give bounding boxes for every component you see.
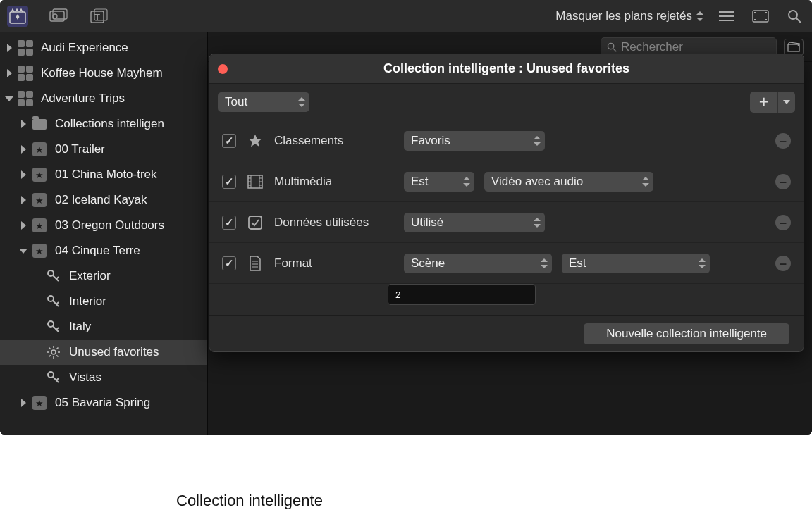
updown-icon	[463, 177, 470, 187]
sidebar-item[interactable]: Interior	[0, 289, 207, 314]
sidebar-item[interactable]: Koffee House Mayhem	[0, 61, 207, 86]
rule-input-row	[209, 284, 804, 315]
clip-appearance-icon[interactable]	[784, 39, 804, 56]
event-icon: ★	[31, 166, 48, 183]
rule-select-value: Favoris	[411, 134, 450, 148]
updown-icon	[642, 177, 649, 187]
library-tab-icon[interactable]	[7, 6, 28, 27]
film-icon	[246, 175, 264, 189]
remove-rule-button[interactable]: –	[775, 133, 791, 149]
updown-icon	[541, 258, 548, 268]
rule-row: ClassementsFavoris–	[209, 120, 804, 161]
sidebar-item[interactable]: Adventure Trips	[0, 86, 207, 111]
svg-line-35	[56, 348, 58, 349]
close-icon[interactable]	[218, 64, 228, 74]
toolbar: T Masquer les plans rejetés	[0, 0, 812, 32]
event-icon: ★	[31, 192, 48, 208]
callout-label: Collection intelligente	[176, 492, 323, 510]
photos-tab-icon[interactable]	[48, 6, 69, 27]
rule-select[interactable]: Est	[404, 172, 474, 192]
match-select[interactable]: Tout	[218, 92, 309, 112]
event-icon: ★	[31, 394, 48, 411]
sidebar-item[interactable]: ★05 Bavaria Spring	[0, 390, 207, 416]
rule-select[interactable]: Est	[562, 254, 710, 273]
disclosure-icon[interactable]	[18, 249, 28, 254]
sidebar-item-label: Vistas	[69, 370, 102, 385]
rule-select[interactable]: Scène	[404, 254, 552, 273]
clip-filter-menu[interactable]: Masquer les plans rejetés	[555, 9, 703, 23]
panel-title: Collection intelligente : Unused favorit…	[383, 61, 629, 76]
rule-row: MultimédiaEstVidéo avec audio–	[209, 161, 804, 202]
disclosure-icon[interactable]	[18, 196, 28, 204]
rule-checkbox[interactable]	[222, 216, 236, 230]
filmstrip-view-icon[interactable]	[750, 6, 771, 27]
svg-marker-1	[16, 14, 20, 20]
remove-rule-button[interactable]: –	[775, 174, 791, 189]
svg-point-3	[53, 14, 57, 18]
svg-point-24	[48, 321, 54, 327]
search-toggle-icon[interactable]	[784, 6, 805, 27]
doc-icon	[246, 256, 264, 271]
rule-select[interactable]: Vidéo avec audio	[484, 172, 653, 192]
updown-icon	[534, 218, 541, 228]
rule-text-input[interactable]	[388, 284, 536, 305]
disclosure-icon[interactable]	[18, 221, 28, 230]
keyword-icon	[45, 369, 62, 386]
svg-rect-13	[754, 19, 756, 20]
remove-rule-button[interactable]: –	[775, 215, 791, 230]
add-rule-button[interactable]: +	[750, 92, 795, 113]
rule-select[interactable]: Favoris	[404, 131, 545, 151]
sidebar-item[interactable]: Unused favorites	[0, 340, 207, 365]
titles-tab-icon[interactable]: T	[89, 6, 110, 27]
sidebar-item[interactable]: Vistas	[0, 365, 207, 390]
sidebar-item-label: Exterior	[69, 269, 111, 283]
disclosure-icon[interactable]	[18, 399, 28, 407]
sidebar-item-label: Audi Experience	[41, 41, 128, 55]
sidebar-item[interactable]: ★00 Trailer	[0, 137, 207, 162]
event-icon: ★	[31, 217, 48, 234]
sidebar-item[interactable]: Italy	[0, 314, 207, 340]
sidebar-item[interactable]: Collections intelligen	[0, 111, 207, 137]
sidebar-item[interactable]: Audi Experience	[0, 35, 207, 61]
updown-icon	[534, 136, 541, 146]
rule-select[interactable]: Utilisé	[404, 213, 545, 232]
new-smart-collection-button[interactable]: Nouvelle collection intelligente	[584, 323, 789, 344]
disclosure-icon[interactable]	[18, 145, 28, 154]
disclosure-icon[interactable]	[18, 120, 28, 128]
library-icon	[17, 65, 34, 82]
rule-checkbox[interactable]	[222, 256, 236, 270]
star-icon	[246, 133, 264, 149]
sidebar-item-label: 04 Cinque Terre	[55, 244, 140, 258]
svg-line-32	[49, 348, 51, 349]
rule-select-value: Scène	[411, 256, 445, 270]
svg-point-27	[51, 350, 56, 354]
toolbar-left: T	[7, 6, 110, 27]
remove-rule-button[interactable]: –	[775, 256, 791, 271]
event-icon: ★	[31, 141, 48, 158]
disclosure-icon[interactable]	[4, 96, 14, 101]
sidebar-item[interactable]: Exterior	[0, 263, 207, 289]
panel-footer: Nouvelle collection intelligente	[209, 315, 804, 351]
keyword-icon	[45, 293, 62, 310]
list-view-icon[interactable]	[716, 6, 737, 27]
svg-point-39	[608, 43, 613, 49]
search-icon	[607, 42, 617, 52]
rule-checkbox[interactable]	[222, 134, 236, 148]
disclosure-icon[interactable]	[4, 44, 14, 52]
sidebar-item[interactable]: ★01 China Moto-trek	[0, 162, 207, 187]
sidebar-item[interactable]: ★02 Iceland Kayak	[0, 187, 207, 213]
svg-line-17	[796, 18, 801, 23]
disclosure-icon[interactable]	[4, 69, 14, 77]
rule-label: Format	[274, 256, 394, 270]
rule-checkbox[interactable]	[222, 175, 236, 189]
plus-icon: +	[750, 92, 778, 113]
rule-row: Données utiliséesUtilisé–	[209, 202, 804, 243]
svg-point-18	[48, 270, 54, 276]
chevron-down-icon	[778, 92, 795, 113]
svg-rect-14	[765, 12, 767, 13]
disclosure-icon[interactable]	[18, 170, 28, 179]
new-button-label: Nouvelle collection intelligente	[606, 327, 767, 341]
sidebar-item[interactable]: ★03 Oregon Outdoors	[0, 213, 207, 238]
sidebar-item[interactable]: ★04 Cinque Terre	[0, 238, 207, 263]
smart-collection-panel: Collection intelligente : Unused favorit…	[209, 54, 804, 352]
